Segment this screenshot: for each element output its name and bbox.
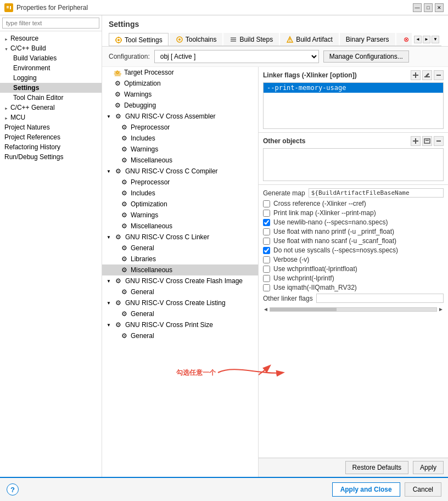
minimize-button[interactable]: — (413, 3, 422, 12)
sidebar-item-run-debug[interactable]: Run/Debug Settings (0, 152, 102, 162)
config-select[interactable]: obj [ Active ] (154, 50, 319, 63)
sidebar-item-build-variables[interactable]: Build Variables (0, 53, 102, 63)
wch-lprint-checkbox[interactable] (263, 275, 270, 282)
use-newlib-checkbox[interactable] (263, 219, 270, 226)
apply-button[interactable]: Apply (413, 461, 444, 474)
delete-flag-button[interactable] (434, 70, 444, 80)
gear-icon: ⚙ (120, 222, 128, 230)
sidebar-item-logging[interactable]: Logging (0, 73, 102, 83)
stree-item-optimization[interactable]: ⚙ Optimization (102, 78, 258, 89)
gear-icon: ⚙ (120, 156, 128, 165)
tab-nav-fwd[interactable]: ► (423, 36, 430, 43)
stree-item-asm-includes[interactable]: ⚙ Includes (102, 133, 258, 144)
expand-icon: ▼ (107, 323, 111, 328)
stree-item-asm-warnings[interactable]: ⚙ Warnings (102, 144, 258, 155)
apply-close-button[interactable]: Apply and Close (332, 482, 400, 497)
verbose-checkbox[interactable] (263, 256, 270, 263)
stree-item-gnu-listing[interactable]: ▼ ⚙ GNU RISC-V Cross Create Listing (102, 297, 258, 308)
close-button[interactable]: ✕ (435, 3, 444, 12)
stree-item-c-misc[interactable]: ⚙ Miscellaneous (102, 221, 258, 232)
float-printf-checkbox[interactable] (263, 228, 270, 235)
gear-icon: ⚙ (120, 255, 128, 263)
gear-icon: ⚙ (120, 288, 128, 296)
workspace-object-button[interactable] (422, 136, 432, 146)
tab-build-steps[interactable]: Build Steps (223, 33, 279, 46)
add-flag-button[interactable] (411, 70, 421, 80)
svg-rect-23 (413, 140, 418, 142)
stree-item-c-includes[interactable]: ⚙ Includes (102, 188, 258, 199)
sidebar-item-settings[interactable]: Settings (0, 83, 102, 93)
iqmath-checkbox[interactable] (263, 284, 270, 291)
sidebar-item-label: Refactoring History (4, 143, 60, 151)
stree-item-target-proc[interactable]: Target Processor (102, 67, 258, 78)
tab-tool-settings[interactable]: Tool Settings (109, 33, 169, 46)
stree-item-label: Optimization (124, 80, 161, 87)
help-button[interactable]: ? (7, 483, 19, 496)
stree-item-c-preproc[interactable]: ⚙ Preprocessor (102, 177, 258, 188)
stree-item-asm-preproc[interactable]: ⚙ Preprocessor (102, 122, 258, 133)
stree-item-label: General (131, 310, 154, 318)
tab-nav-dropdown[interactable]: ▼ (432, 36, 439, 43)
cancel-button[interactable]: Cancel (405, 482, 441, 497)
horizontal-scrollbar[interactable]: ◄ ► (263, 305, 444, 313)
dialog-footer: ? Apply and Close Cancel (0, 477, 448, 501)
manage-configs-button[interactable]: Manage Configurations... (323, 50, 409, 63)
stree-item-gnu-c[interactable]: ▼ ⚙ GNU RISC-V Cross C Compiler (102, 166, 258, 177)
maximize-button[interactable]: □ (424, 3, 433, 12)
delete-object-button[interactable] (434, 136, 444, 146)
stree-item-linker-general[interactable]: ⚙ General (102, 243, 258, 254)
stree-item-linker-misc[interactable]: ⚙ Miscellaneous (102, 264, 258, 275)
stree-item-c-warnings[interactable]: ⚙ Warnings (102, 210, 258, 221)
stree-item-gnu-asm[interactable]: ▼ ⚙ GNU RISC-V Cross Assembler (102, 111, 258, 122)
sidebar-item-tool-chain[interactable]: Tool Chain Editor (0, 93, 102, 103)
scroll-left-btn[interactable]: ◄ (263, 306, 268, 312)
svg-rect-13 (231, 39, 236, 40)
flags-list-item[interactable]: --print-memory-usage (264, 83, 443, 93)
svg-rect-6 (118, 37, 119, 38)
generate-map-input[interactable] (309, 188, 444, 198)
tab-toolchains[interactable]: Toolchains (170, 33, 223, 46)
sidebar-item-label: C/C++ Build (10, 44, 46, 52)
stree-item-c-opt[interactable]: ⚙ Optimization (102, 199, 258, 210)
sidebar-item-label: Run/Debug Settings (4, 153, 63, 161)
sidebar-item-project-refs[interactable]: Project References (0, 132, 102, 142)
stree-item-gnu-flash[interactable]: ▼ ⚙ GNU RISC-V Cross Create Flash Image (102, 275, 258, 286)
stree-item-gnu-linker[interactable]: ▼ ⚙ GNU RISC-V Cross C Linker (102, 232, 258, 243)
float-printf-label: Use float with nano printf (-u _printf_f… (273, 228, 394, 235)
other-linker-input[interactable] (316, 294, 444, 303)
sidebar-item-resource[interactable]: Resource (0, 33, 102, 43)
print-link-map-checkbox[interactable] (263, 210, 270, 217)
stree-item-debugging[interactable]: ⚙ Debugging (102, 100, 258, 111)
stree-item-print-general[interactable]: ⚙ General (102, 330, 258, 341)
sidebar-item-label: Project References (4, 133, 60, 141)
gear-icon: ⚙ (120, 244, 128, 252)
no-syscalls-checkbox[interactable] (263, 247, 270, 254)
filter-input[interactable] (2, 18, 99, 29)
tab-nav-back[interactable]: ◄ (414, 36, 422, 43)
cross-ref-checkbox[interactable] (263, 200, 270, 207)
float-scanf-checkbox[interactable] (263, 238, 270, 245)
restore-defaults-button[interactable]: Restore Defaults (345, 461, 408, 474)
sidebar-item-cpp-general[interactable]: C/C++ General (0, 103, 102, 112)
add-object-button[interactable] (411, 136, 421, 146)
tab-err[interactable]: ⊗ Er... (396, 33, 412, 46)
tab-binary-parsers[interactable]: Binary Parsers (340, 33, 395, 46)
scroll-right-btn[interactable]: ► (438, 306, 444, 312)
stree-item-listing-general[interactable]: ⚙ General (102, 308, 258, 319)
scrollbar-thumb[interactable] (270, 308, 337, 311)
wch-printf-checkbox[interactable] (263, 266, 270, 273)
sidebar-item-mcu[interactable]: MCU (0, 112, 102, 122)
stree-item-flash-general[interactable]: ⚙ General (102, 286, 258, 297)
stree-item-asm-misc[interactable]: ⚙ Miscellaneous (102, 155, 258, 166)
tab-build-artifact[interactable]: Build Artifact (280, 33, 339, 46)
sidebar-item-project-natures[interactable]: Project Natures (0, 122, 102, 132)
sidebar-item-refactoring[interactable]: Refactoring History (0, 142, 102, 152)
gear-icon: ⚙ (114, 299, 123, 307)
sidebar-item-cpp-build[interactable]: C/C++ Build (0, 43, 102, 53)
sidebar-item-environment[interactable]: Environment (0, 63, 102, 73)
stree-item-gnu-print[interactable]: ▼ ⚙ GNU RISC-V Cross Print Size (102, 319, 258, 330)
edit-flag-button[interactable] (422, 70, 432, 80)
stree-item-warnings[interactable]: ⚙ Warnings (102, 89, 258, 100)
stree-item-label: Optimization (131, 200, 167, 208)
stree-item-linker-libs[interactable]: ⚙ Libraries (102, 254, 258, 264)
